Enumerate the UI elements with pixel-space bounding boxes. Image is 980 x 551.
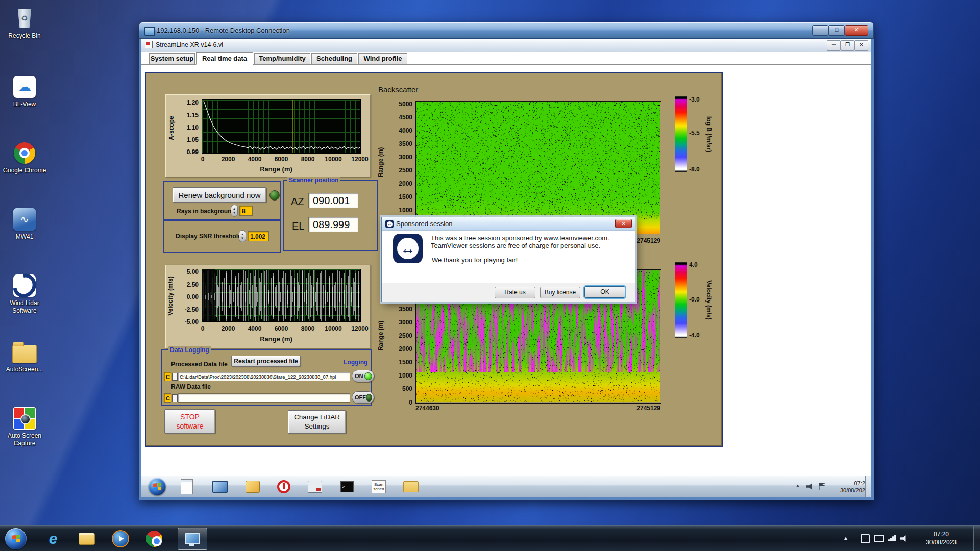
taskbar-media-player-icon[interactable] [110, 529, 131, 549]
tab-real-time-data[interactable]: Real time data [196, 52, 253, 65]
app-minimize-button[interactable]: ─ [827, 40, 841, 51]
desktop-icon-recycle-bin[interactable]: ♻ Recycle Bin [1, 6, 48, 40]
restart-processed-file-button[interactable]: Restart processed file [231, 356, 301, 367]
velocity-img-ytick: 3000 [393, 319, 412, 326]
change-lidar-settings-button[interactable]: Change LiDARSettings [288, 410, 346, 434]
remote-tray-hidden-icons-button[interactable]: ▲ [795, 483, 800, 488]
buy-license-button[interactable]: Buy license [540, 287, 580, 298]
rays-field[interactable]: 8 [239, 206, 253, 216]
on-indicator [364, 372, 372, 380]
host-taskbar: e ▲ 07:2030/08/2023 [0, 525, 980, 551]
desktop-icon-autoscreen[interactable]: AutoScreen... [1, 340, 48, 373]
app-restore-button[interactable]: ❐ [841, 40, 854, 51]
tab-temp-humidity[interactable]: Temp/humidity [254, 53, 310, 64]
taskbar-folder-icon[interactable] [402, 478, 420, 495]
ok-button[interactable]: OK [584, 286, 625, 298]
backscatter-ytick: 4500 [393, 114, 412, 121]
app-titlebar[interactable]: StreamLine XR v14-6.vi ─ ❐ ✕ [141, 39, 871, 52]
velocity-colorbar-tick: -4.0 [689, 332, 700, 339]
remote-start-button[interactable] [149, 478, 166, 495]
snr-field[interactable]: 1.002 [248, 231, 269, 241]
tab-wind-profile[interactable]: Wind profile [358, 53, 407, 64]
processed-drive-chip[interactable]: C [164, 372, 172, 381]
desktop-icon-google-chrome[interactable]: Google Chrome [1, 141, 48, 174]
desktop-icon-label: Auto Screen Capture [1, 432, 48, 447]
tray-display-icon[interactable] [874, 534, 884, 542]
backscatter-ytick: 2500 [393, 167, 412, 174]
remote-tray-volume-icon[interactable] [806, 483, 814, 490]
raw-path-field[interactable] [178, 393, 350, 403]
tray-app-icon[interactable] [861, 534, 870, 543]
rdp-maximize-button[interactable]: □ [828, 25, 845, 36]
velocity-xtick: 12000 [349, 325, 371, 332]
rate-us-button[interactable]: Rate us [495, 287, 535, 298]
taskbar-clock[interactable]: 07:2030/08/2023 [918, 530, 965, 546]
renew-background-button[interactable]: Renew background now [173, 187, 266, 203]
velocity-graph-frame: Velocity (m/s) 5.00 2.50 0.00 -2.50 -5.0… [165, 265, 371, 348]
snr-label: Display SNR threshold [176, 233, 241, 240]
velocity-img-ytick: 3500 [393, 306, 412, 313]
rdp-minimize-button[interactable]: ─ [812, 25, 828, 36]
wind-lidar-icon [13, 274, 36, 297]
tray-network-icon[interactable] [888, 535, 896, 541]
velocity-ytick: -5.00 [179, 318, 199, 325]
dialog-text-line2: TeamViewer sessions are free of charge f… [431, 242, 600, 249]
rays-stepper[interactable]: ▲▼ [231, 205, 238, 217]
rdp-monitor-icon [185, 533, 200, 544]
taskbar-image-viewer-icon[interactable] [244, 478, 261, 495]
dialog-close-button[interactable]: ✕ [615, 219, 632, 228]
taskbar-monitor-app-icon[interactable] [211, 478, 229, 495]
taskbar-power-off-icon[interactable] [275, 478, 292, 495]
taskbar-rdp-active-item[interactable] [178, 528, 207, 550]
dialog-footer: Rate us Buy license OK [382, 283, 635, 302]
taskbar-notepad-icon[interactable] [178, 478, 195, 495]
show-desktop-button[interactable] [973, 526, 980, 551]
desktop-icon-bl-view[interactable]: ☁ BL-View [1, 74, 48, 108]
velocity-ytick: 2.50 [179, 281, 199, 288]
background-group: Renew background now Rays in background … [163, 181, 281, 220]
velocity-xtick: 0 [198, 325, 208, 332]
desktop: ♻ Recycle Bin ☁ BL-View Google Chrome ∿ … [0, 0, 980, 551]
ascope-xtick: 8000 [298, 156, 318, 163]
backscatter-ytick: 2000 [393, 180, 412, 187]
tray-volume-icon[interactable] [900, 535, 908, 542]
windows-flag-icon [12, 535, 20, 543]
raw-logging-toggle[interactable]: OFF [352, 391, 374, 404]
ascope-axis-title: A-scope [167, 105, 176, 151]
rdp-close-button[interactable]: ✕ [845, 25, 868, 36]
stop-software-button[interactable]: STOPsoftware [164, 409, 215, 434]
ascope-xtick: 2000 [218, 156, 238, 163]
taskbar-scan-sched-icon[interactable]: Scansched [370, 478, 387, 495]
tray-hidden-icons-button[interactable]: ▲ [843, 535, 848, 541]
rdp-window-title: 192.168.0.150 - Remote Desktop Connectio… [157, 27, 290, 34]
taskbar-cmd-icon[interactable]: >_ [338, 478, 356, 495]
tab-system-setup[interactable]: System setup [149, 53, 195, 64]
remote-tray-action-center-icon[interactable] [819, 483, 825, 490]
desktop-icon-mw41[interactable]: ∿ MW41 [1, 207, 48, 241]
tab-scheduling[interactable]: Scheduling [311, 53, 357, 64]
velocity-axis-title: Velocity (m/s) [166, 273, 175, 319]
processed-path-field[interactable]: C:\Lidar\Data\Proc\2023\202308\20230830\… [178, 372, 350, 381]
dialog-titlebar[interactable]: ↔ Sponsored session ✕ [382, 217, 635, 231]
desktop-icon-auto-screen-capture[interactable]: Auto Screen Capture [1, 406, 48, 447]
app-close-button[interactable]: ✕ [854, 40, 868, 51]
taskbar-chrome-icon[interactable] [144, 529, 164, 549]
rdp-titlebar[interactable]: 192.168.0.150 - Remote Desktop Connectio… [139, 22, 874, 39]
desktop-icon-wind-lidar[interactable]: Wind Lidar Software [1, 273, 48, 315]
ascope-xtick: 4000 [244, 156, 265, 163]
el-field[interactable]: 089.999 [308, 217, 358, 232]
velocity-bars [202, 269, 360, 321]
raw-drive-chip[interactable]: C [164, 393, 172, 403]
remote-tray-clock[interactable]: 07:2030/08/2023 [831, 480, 868, 494]
remote-show-desktop-button[interactable] [865, 476, 871, 497]
taskbar-explorer-icon[interactable] [77, 529, 97, 549]
taskbar-internet-explorer-icon[interactable]: e [43, 529, 63, 549]
taskbar-print-window-icon[interactable] [306, 478, 324, 495]
start-button[interactable] [5, 528, 27, 549]
velocity-xtick: 6000 [271, 325, 291, 332]
az-field[interactable]: 090.001 [308, 193, 358, 208]
processed-logging-toggle[interactable]: ON [352, 370, 374, 382]
windows-flag-icon [153, 483, 161, 491]
desktop-icon-label: AutoScreen... [1, 366, 48, 373]
snr-stepper[interactable]: ▲▼ [239, 230, 246, 242]
